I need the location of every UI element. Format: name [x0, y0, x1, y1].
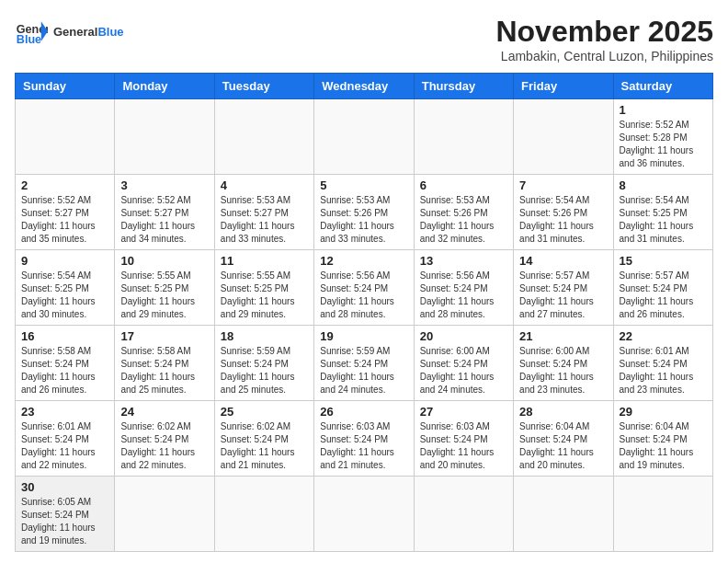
calendar-cell: 8Sunrise: 5:54 AM Sunset: 5:25 PM Daylig…	[613, 175, 712, 250]
day-info: Sunrise: 6:02 AM Sunset: 5:24 PM Dayligh…	[120, 420, 208, 472]
logo: General Blue GeneralBlue	[15, 15, 124, 48]
calendar-cell	[314, 99, 414, 175]
day-number: 21	[519, 329, 607, 343]
calendar-cell: 29Sunrise: 6:04 AM Sunset: 5:24 PM Dayli…	[613, 401, 712, 477]
day-info: Sunrise: 5:52 AM Sunset: 5:28 PM Dayligh…	[620, 119, 707, 170]
day-info: Sunrise: 6:03 AM Sunset: 5:24 PM Dayligh…	[420, 420, 507, 472]
calendar-cell: 1Sunrise: 5:52 AM Sunset: 5:28 PM Daylig…	[613, 99, 712, 175]
calendar-week-5: 23Sunrise: 6:01 AM Sunset: 5:24 PM Dayli…	[16, 401, 713, 477]
calendar-cell: 3Sunrise: 5:52 AM Sunset: 5:27 PM Daylig…	[115, 175, 214, 250]
day-info: Sunrise: 5:52 AM Sunset: 5:27 PM Dayligh…	[120, 194, 208, 246]
calendar-cell	[613, 477, 712, 552]
calendar-week-6: 30Sunrise: 6:05 AM Sunset: 5:24 PM Dayli…	[16, 477, 713, 552]
logo-icon: General Blue	[15, 15, 48, 48]
day-number: 4	[221, 178, 308, 192]
day-number: 14	[519, 254, 607, 268]
day-info: Sunrise: 6:03 AM Sunset: 5:24 PM Dayligh…	[320, 420, 407, 472]
day-info: Sunrise: 5:52 AM Sunset: 5:27 PM Dayligh…	[21, 194, 108, 246]
day-info: Sunrise: 6:04 AM Sunset: 5:24 PM Dayligh…	[519, 420, 607, 472]
calendar-cell: 6Sunrise: 5:53 AM Sunset: 5:26 PM Daylig…	[414, 175, 513, 250]
day-number: 13	[420, 254, 507, 268]
calendar-cell: 19Sunrise: 5:59 AM Sunset: 5:24 PM Dayli…	[314, 326, 414, 401]
day-number: 10	[120, 254, 208, 268]
day-number: 18	[221, 329, 308, 343]
calendar-week-4: 16Sunrise: 5:58 AM Sunset: 5:24 PM Dayli…	[16, 326, 713, 401]
day-number: 28	[519, 405, 607, 419]
day-number: 2	[21, 178, 108, 192]
logo-blue: Blue	[97, 25, 123, 39]
weekday-header-row: SundayMondayTuesdayWednesdayThursdayFrid…	[16, 74, 713, 99]
day-number: 16	[21, 329, 108, 343]
day-number: 17	[120, 329, 208, 343]
calendar-cell	[115, 99, 214, 175]
day-info: Sunrise: 5:56 AM Sunset: 5:24 PM Dayligh…	[320, 270, 407, 321]
day-number: 5	[320, 178, 407, 192]
calendar-cell: 21Sunrise: 6:00 AM Sunset: 5:24 PM Dayli…	[514, 326, 613, 401]
calendar-week-1: 1Sunrise: 5:52 AM Sunset: 5:28 PM Daylig…	[16, 99, 713, 175]
weekday-header-saturday: Saturday	[613, 74, 712, 99]
calendar-cell: 20Sunrise: 6:00 AM Sunset: 5:24 PM Dayli…	[414, 326, 513, 401]
calendar-table: SundayMondayTuesdayWednesdayThursdayFrid…	[15, 73, 713, 552]
day-info: Sunrise: 5:53 AM Sunset: 5:26 PM Dayligh…	[420, 194, 507, 246]
day-info: Sunrise: 6:04 AM Sunset: 5:24 PM Dayligh…	[620, 420, 707, 472]
day-info: Sunrise: 6:01 AM Sunset: 5:24 PM Dayligh…	[620, 345, 707, 396]
calendar-cell: 2Sunrise: 5:52 AM Sunset: 5:27 PM Daylig…	[16, 175, 115, 250]
calendar-cell	[514, 99, 613, 175]
calendar-cell: 28Sunrise: 6:04 AM Sunset: 5:24 PM Dayli…	[514, 401, 613, 477]
day-number: 19	[320, 329, 407, 343]
calendar-cell: 25Sunrise: 6:02 AM Sunset: 5:24 PM Dayli…	[214, 401, 313, 477]
weekday-header-thursday: Thursday	[414, 74, 513, 99]
calendar-cell: 23Sunrise: 6:01 AM Sunset: 5:24 PM Dayli…	[16, 401, 115, 477]
day-info: Sunrise: 5:55 AM Sunset: 5:25 PM Dayligh…	[120, 270, 208, 321]
day-info: Sunrise: 5:53 AM Sunset: 5:26 PM Dayligh…	[320, 194, 407, 246]
calendar-cell	[414, 99, 513, 175]
calendar-cell: 22Sunrise: 6:01 AM Sunset: 5:24 PM Dayli…	[613, 326, 712, 401]
title-area: November 2025 Lambakin, Central Luzon, P…	[495, 15, 713, 63]
day-number: 24	[120, 405, 208, 419]
calendar-week-3: 9Sunrise: 5:54 AM Sunset: 5:25 PM Daylig…	[16, 250, 713, 326]
logo-general: General	[53, 25, 97, 39]
day-number: 26	[320, 405, 407, 419]
day-number: 6	[420, 178, 507, 192]
calendar-cell: 12Sunrise: 5:56 AM Sunset: 5:24 PM Dayli…	[314, 250, 414, 326]
weekday-header-wednesday: Wednesday	[314, 74, 414, 99]
day-info: Sunrise: 5:53 AM Sunset: 5:27 PM Dayligh…	[221, 194, 308, 246]
weekday-header-monday: Monday	[115, 74, 214, 99]
day-number: 15	[620, 254, 707, 268]
day-number: 12	[320, 254, 407, 268]
day-number: 20	[420, 329, 507, 343]
calendar-cell	[214, 99, 313, 175]
calendar-cell: 24Sunrise: 6:02 AM Sunset: 5:24 PM Dayli…	[115, 401, 214, 477]
day-info: Sunrise: 5:54 AM Sunset: 5:25 PM Dayligh…	[21, 270, 108, 321]
calendar-cell: 18Sunrise: 5:59 AM Sunset: 5:24 PM Dayli…	[214, 326, 313, 401]
day-info: Sunrise: 5:57 AM Sunset: 5:24 PM Dayligh…	[519, 270, 607, 321]
day-info: Sunrise: 5:58 AM Sunset: 5:24 PM Dayligh…	[120, 345, 208, 396]
calendar-cell: 9Sunrise: 5:54 AM Sunset: 5:25 PM Daylig…	[16, 250, 115, 326]
calendar-cell	[16, 99, 115, 175]
day-number: 27	[420, 405, 507, 419]
day-number: 30	[21, 480, 108, 494]
calendar-cell	[514, 477, 613, 552]
day-info: Sunrise: 5:56 AM Sunset: 5:24 PM Dayligh…	[420, 270, 507, 321]
calendar-cell	[115, 477, 214, 552]
calendar-cell: 7Sunrise: 5:54 AM Sunset: 5:26 PM Daylig…	[514, 175, 613, 250]
day-info: Sunrise: 6:01 AM Sunset: 5:24 PM Dayligh…	[21, 420, 108, 472]
day-number: 23	[21, 405, 108, 419]
day-info: Sunrise: 5:57 AM Sunset: 5:24 PM Dayligh…	[620, 270, 707, 321]
calendar-cell: 5Sunrise: 5:53 AM Sunset: 5:26 PM Daylig…	[314, 175, 414, 250]
calendar-cell: 11Sunrise: 5:55 AM Sunset: 5:25 PM Dayli…	[214, 250, 313, 326]
calendar-cell: 17Sunrise: 5:58 AM Sunset: 5:24 PM Dayli…	[115, 326, 214, 401]
day-info: Sunrise: 6:00 AM Sunset: 5:24 PM Dayligh…	[519, 345, 607, 396]
day-info: Sunrise: 5:59 AM Sunset: 5:24 PM Dayligh…	[320, 345, 407, 396]
day-info: Sunrise: 5:58 AM Sunset: 5:24 PM Dayligh…	[21, 345, 108, 396]
weekday-header-friday: Friday	[514, 74, 613, 99]
calendar-cell: 10Sunrise: 5:55 AM Sunset: 5:25 PM Dayli…	[115, 250, 214, 326]
day-info: Sunrise: 5:55 AM Sunset: 5:25 PM Dayligh…	[221, 270, 308, 321]
day-info: Sunrise: 6:02 AM Sunset: 5:24 PM Dayligh…	[221, 420, 308, 472]
weekday-header-tuesday: Tuesday	[214, 74, 313, 99]
calendar-cell: 15Sunrise: 5:57 AM Sunset: 5:24 PM Dayli…	[613, 250, 712, 326]
calendar-cell: 14Sunrise: 5:57 AM Sunset: 5:24 PM Dayli…	[514, 250, 613, 326]
day-info: Sunrise: 6:05 AM Sunset: 5:24 PM Dayligh…	[21, 496, 108, 547]
day-info: Sunrise: 5:59 AM Sunset: 5:24 PM Dayligh…	[221, 345, 308, 396]
calendar-cell	[214, 477, 313, 552]
